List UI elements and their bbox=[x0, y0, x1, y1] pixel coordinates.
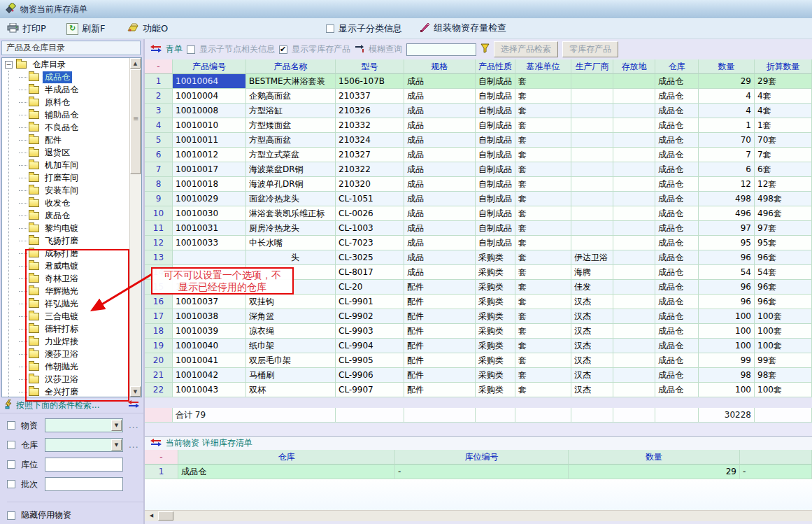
table-cell[interactable]: 成品仓 bbox=[655, 280, 699, 295]
chevron-down-icon[interactable]: ▼ bbox=[111, 420, 122, 431]
table-cell[interactable]: 54 bbox=[699, 265, 755, 280]
table-row[interactable]: 710010017海波菜盆DR铜210322成品自制成品套成品仓66套 bbox=[145, 162, 812, 177]
table-cell[interactable]: 7套 bbox=[755, 148, 812, 162]
table-cell[interactable]: 配件 bbox=[404, 295, 476, 309]
table-cell[interactable]: 10010043 bbox=[173, 383, 246, 397]
scrollbar-thumb[interactable] bbox=[158, 511, 173, 521]
row-number-cell[interactable]: 22 bbox=[145, 383, 173, 397]
table-cell[interactable]: 采购类 bbox=[476, 368, 515, 383]
scroll-down-arrow-icon[interactable]: ▼ bbox=[130, 386, 141, 397]
table-cell[interactable]: BESTME大淋浴套装 bbox=[246, 74, 336, 89]
table-cell[interactable]: 97套 bbox=[755, 221, 812, 236]
tree-scrollbar[interactable]: ▲ ▼ bbox=[129, 58, 141, 397]
table-cell[interactable]: 汉杰 bbox=[571, 368, 613, 383]
table-cell[interactable] bbox=[571, 74, 613, 89]
table-cell[interactable]: 成品 bbox=[404, 221, 476, 236]
table-cell[interactable] bbox=[613, 221, 655, 236]
table-cell[interactable]: 采购类 bbox=[476, 324, 515, 339]
table-cell[interactable]: 自制成品 bbox=[476, 221, 515, 236]
table-cell[interactable]: 210326 bbox=[336, 104, 404, 118]
row-number-cell[interactable]: 5 bbox=[145, 133, 173, 148]
table-row[interactable]: 2110010042马桶刷CL-9906配件采购类套汉杰成品仓9898套 bbox=[145, 368, 812, 383]
table-cell[interactable]: 95套 bbox=[755, 236, 812, 250]
table-cell[interactable]: 采购类 bbox=[476, 339, 515, 353]
table-cell[interactable] bbox=[571, 177, 613, 192]
functions-button[interactable]: 功能O bbox=[127, 21, 168, 36]
table-cell[interactable]: 成品仓 bbox=[655, 250, 699, 265]
table-cell[interactable]: 成品 bbox=[404, 177, 476, 192]
table-cell[interactable]: 498套 bbox=[755, 192, 812, 206]
table-cell[interactable]: CL-3025 bbox=[336, 250, 404, 265]
table-cell[interactable] bbox=[571, 133, 613, 148]
table-cell[interactable] bbox=[246, 265, 336, 280]
table-cell[interactable]: CL-8017 bbox=[336, 265, 404, 280]
table-cell[interactable]: 100套 bbox=[755, 339, 812, 353]
print-button[interactable]: 打印P bbox=[7, 21, 46, 36]
table-row[interactable]: 1210010033中长水嘴CL-7023成品自制成品套成品仓9595套 bbox=[145, 236, 812, 250]
tree-item[interactable]: 废品仓 bbox=[2, 209, 129, 222]
table-cell[interactable]: 套 bbox=[515, 383, 571, 397]
table-cell[interactable]: 面盆冷热龙头 bbox=[246, 192, 336, 206]
table-cell[interactable] bbox=[613, 104, 655, 118]
table-cell[interactable]: 4 bbox=[699, 104, 755, 118]
table-cell[interactable]: 96套 bbox=[755, 250, 812, 265]
fuzzy-query-input[interactable] bbox=[406, 43, 476, 56]
table-cell[interactable]: 中长水嘴 bbox=[246, 236, 336, 250]
warehouse-checkbox[interactable] bbox=[7, 441, 15, 449]
batch-checkbox[interactable] bbox=[7, 480, 15, 488]
table-cell[interactable]: 成品 bbox=[404, 118, 476, 133]
location-input[interactable] bbox=[45, 458, 123, 472]
table-cell[interactable] bbox=[613, 177, 655, 192]
column-header-warehouse[interactable]: 仓库 bbox=[655, 59, 699, 74]
table-cell[interactable]: 双层毛巾架 bbox=[246, 353, 336, 368]
tree-item[interactable]: 黎均电镀 bbox=[2, 222, 129, 234]
table-cell[interactable]: 套 bbox=[515, 162, 571, 177]
table-cell[interactable]: 方型立式菜盆 bbox=[246, 148, 336, 162]
table-cell[interactable]: 1套 bbox=[755, 118, 812, 133]
table-cell[interactable]: 成品仓 bbox=[655, 192, 699, 206]
table-cell[interactable]: 套 bbox=[515, 221, 571, 236]
table-cell[interactable] bbox=[173, 265, 246, 280]
tree-item[interactable]: 力业焊接 bbox=[2, 335, 129, 348]
table-cell[interactable]: CL-7023 bbox=[336, 236, 404, 250]
table-cell[interactable]: 98 bbox=[699, 368, 755, 383]
table-cell[interactable]: 4套 bbox=[755, 89, 812, 104]
column-header-property[interactable]: 产品性质 bbox=[476, 59, 515, 74]
table-cell[interactable]: 配件 bbox=[404, 383, 476, 397]
table-row[interactable]: 1910010040纸巾架CL-9904配件采购类套汉杰成品仓100100套 bbox=[145, 339, 812, 353]
table-cell[interactable]: 方型浴缸 bbox=[246, 104, 336, 118]
show-subcategory-checkbox[interactable] bbox=[326, 24, 334, 33]
table-cell[interactable]: 套 bbox=[515, 206, 571, 221]
table-cell[interactable]: 海腾 bbox=[571, 265, 613, 280]
table-cell[interactable]: 99 bbox=[699, 353, 755, 368]
table-cell[interactable] bbox=[571, 148, 613, 162]
table-cell[interactable]: 自制成品 bbox=[476, 118, 515, 133]
table-cell[interactable]: CL-9902 bbox=[336, 309, 404, 324]
table-cell[interactable]: 配件 bbox=[404, 368, 476, 383]
table-row[interactable]: 14CL-8017成品采购类套海腾成品仓5454套 bbox=[145, 265, 812, 280]
table-cell[interactable]: 汉杰 bbox=[571, 353, 613, 368]
table-row[interactable]: 1010010030淋浴套装凯乐维正标CL-0026成品自制成品套成品仓4964… bbox=[145, 206, 812, 221]
table-cell[interactable]: 自制成品 bbox=[476, 133, 515, 148]
table-cell[interactable]: 12套 bbox=[755, 177, 812, 192]
table-cell[interactable]: 210324 bbox=[336, 133, 404, 148]
table-cell[interactable]: 马桶刷 bbox=[246, 368, 336, 383]
table-cell[interactable]: 套 bbox=[515, 295, 571, 309]
table-cell[interactable]: 套 bbox=[515, 74, 571, 89]
table-row[interactable]: 110010064BESTME大淋浴套装1506-107B成品自制成品套成品仓2… bbox=[145, 74, 812, 89]
table-cell[interactable]: CL-20 bbox=[336, 280, 404, 295]
table-cell[interactable]: 1506-107B bbox=[336, 74, 404, 89]
table-cell[interactable] bbox=[571, 236, 613, 250]
column-header-spec[interactable]: 规格 bbox=[404, 59, 476, 74]
tree-item[interactable]: 半成品仓 bbox=[2, 83, 129, 96]
horizontal-scrollbar[interactable]: ◀ bbox=[145, 510, 812, 521]
tree-root-node[interactable]: − 仓库目录 bbox=[2, 58, 129, 71]
table-row[interactable]: 13 头CL-3025成品采购类套伊达卫浴成品仓9696套 bbox=[145, 250, 812, 265]
table-cell[interactable]: 采购类 bbox=[476, 280, 515, 295]
table-row[interactable]: 310010008方型浴缸210326成品自制成品套成品仓44套 bbox=[145, 104, 812, 118]
table-cell[interactable]: 地漏 bbox=[246, 280, 336, 295]
table-cell[interactable]: 成品仓 bbox=[655, 324, 699, 339]
table-row[interactable]: 1710010038深角篮CL-9902配件采购类套汉杰成品仓100100套 bbox=[145, 309, 812, 324]
table-cell[interactable]: 98套 bbox=[755, 368, 812, 383]
table-cell[interactable] bbox=[173, 250, 246, 265]
